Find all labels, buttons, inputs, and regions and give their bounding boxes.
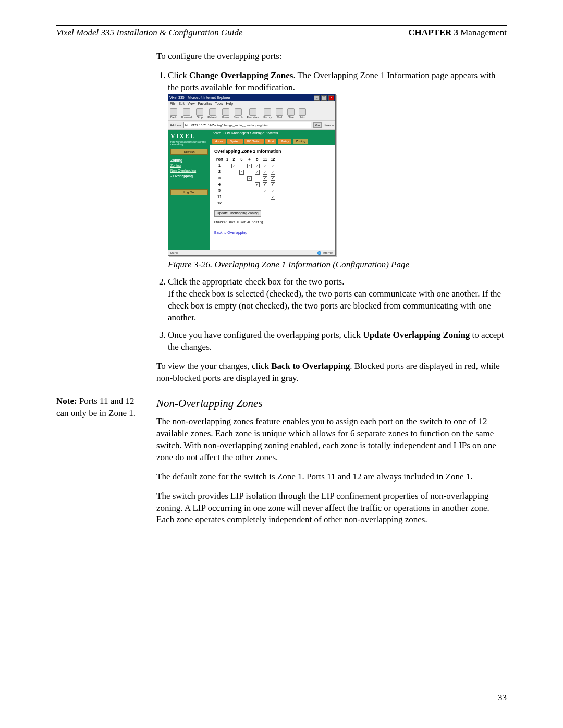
view-changes-paragraph: To view the your changes, click Back to … xyxy=(156,361,507,385)
sidebar-item-zoning[interactable]: Zoning xyxy=(170,164,208,168)
chapter-label: CHAPTER 3 Management xyxy=(408,28,507,38)
history-button[interactable]: History xyxy=(263,108,272,119)
refresh-button[interactable]: Refresh xyxy=(207,108,217,119)
address-input[interactable] xyxy=(183,122,311,128)
tab-home[interactable]: Home xyxy=(212,139,226,144)
window-controls: _ □ × xyxy=(313,95,334,101)
port-checkbox[interactable]: ✓ xyxy=(231,164,236,168)
menu-edit[interactable]: Edit xyxy=(178,102,184,106)
port-cell xyxy=(238,175,246,181)
port-cell xyxy=(261,200,269,206)
port-checkbox[interactable]: ✓ xyxy=(255,182,260,187)
row-label: 4 xyxy=(214,181,225,188)
sidebar-item-overlapping[interactable]: Overlapping xyxy=(170,174,208,179)
menu-favorites[interactable]: Favorites xyxy=(198,102,212,106)
port-checkbox[interactable]: ✓ xyxy=(263,170,267,175)
stop-button[interactable]: Stop xyxy=(196,108,203,119)
menu-help[interactable]: Help xyxy=(226,102,233,106)
refresh-icon xyxy=(209,108,216,116)
table-row: 2✓✓✓✓ xyxy=(214,169,277,175)
port-cell xyxy=(225,194,230,200)
nonoverlap-paragraph-3: The switch provides LIP isolation throug… xyxy=(156,490,507,526)
port-cell xyxy=(225,188,230,194)
col-header-2: 2 xyxy=(230,156,238,162)
window-titlebar: Vixel 335 - Microsoft Internet Explorer … xyxy=(168,94,335,101)
port-checkbox[interactable]: ✓ xyxy=(271,170,275,175)
port-checkbox[interactable]: ✓ xyxy=(239,170,244,175)
logout-button[interactable]: Log Out xyxy=(170,189,208,195)
menu-view[interactable]: View xyxy=(188,102,195,106)
row-label: 2 xyxy=(214,169,225,175)
step-1: Click Change Overlapping Zones. The Over… xyxy=(168,70,507,271)
port-cell: ✓ xyxy=(269,163,277,169)
port-checkbox[interactable]: ✓ xyxy=(247,164,252,168)
port-cell: ✓ xyxy=(246,175,253,181)
port-checkbox[interactable]: ✓ xyxy=(263,182,267,187)
minimize-icon[interactable]: _ xyxy=(314,95,320,101)
col-header-12: 12 xyxy=(269,156,277,162)
port-cell: ✓ xyxy=(230,163,238,169)
browser-menubar: File Edit View Favorites Tools Help xyxy=(168,101,335,107)
port-cell xyxy=(253,194,261,200)
tab-fc-switch[interactable]: FC Switch xyxy=(244,139,264,144)
port-cell: ✓ xyxy=(253,181,261,188)
back-to-overlapping-link[interactable]: Back to Overlapping xyxy=(214,230,247,235)
sidebar-group-zoning: Zoning xyxy=(170,158,208,163)
tab-system[interactable]: System xyxy=(227,139,243,144)
port-checkbox[interactable]: ✓ xyxy=(263,189,267,193)
port-checkbox[interactable]: ✓ xyxy=(271,195,275,200)
go-button[interactable]: Go xyxy=(313,122,322,128)
port-checkbox[interactable]: ✓ xyxy=(263,176,267,181)
maximize-icon[interactable]: □ xyxy=(321,95,327,101)
browser-toolbar: Back Forward Stop Refresh Home Search Fa… xyxy=(168,107,335,121)
col-header-port: Port xyxy=(214,156,225,162)
row-label: 5 xyxy=(214,188,225,194)
search-button[interactable]: Search xyxy=(234,108,242,119)
menu-file[interactable]: File xyxy=(170,102,175,106)
port-cell: ✓ xyxy=(261,181,269,188)
tab-port[interactable]: Port xyxy=(265,139,276,144)
port-checkbox[interactable]: ✓ xyxy=(271,164,275,168)
port-cell xyxy=(230,200,238,206)
port-checkbox[interactable]: ✓ xyxy=(263,164,267,168)
port-checkbox[interactable]: ✓ xyxy=(271,176,275,181)
home-icon xyxy=(222,108,229,116)
port-cell xyxy=(230,181,238,188)
step-2: Click the appropriate check box for the … xyxy=(168,276,507,324)
window-title: Vixel 335 - Microsoft Internet Explorer xyxy=(169,95,230,100)
close-icon[interactable]: × xyxy=(328,95,334,101)
row-label: 12 xyxy=(214,200,225,206)
table-row: 3✓✓✓ xyxy=(214,175,277,181)
print-icon xyxy=(299,108,306,116)
mail-button[interactable]: Mail xyxy=(276,108,283,119)
port-cell xyxy=(225,200,230,206)
back-button[interactable]: Back xyxy=(170,108,177,119)
menu-tools[interactable]: Tools xyxy=(215,102,223,106)
port-cell xyxy=(225,169,230,175)
port-cell xyxy=(253,200,261,206)
tab-policy[interactable]: Policy xyxy=(278,139,291,144)
port-checkbox[interactable]: ✓ xyxy=(271,182,275,187)
mail-icon xyxy=(276,108,283,116)
links-label[interactable]: Links » xyxy=(324,123,334,127)
refresh-sidebar-button[interactable]: Refresh xyxy=(170,149,208,155)
size-button[interactable]: Size xyxy=(287,108,295,119)
port-cell xyxy=(246,181,253,188)
port-cell: ✓ xyxy=(261,163,269,169)
update-overlapping-zoning-button[interactable]: Update Overlapping Zoning xyxy=(214,210,261,217)
page-heading: Overlapping Zone 1 Information xyxy=(214,149,331,154)
port-cell xyxy=(238,163,246,169)
stop-icon xyxy=(196,108,203,116)
tab-zoning[interactable]: Zoning xyxy=(293,139,308,144)
port-checkbox[interactable]: ✓ xyxy=(271,189,275,193)
step-3: Once you have configured the overlapping… xyxy=(168,329,507,353)
forward-button[interactable]: Forward xyxy=(181,108,192,119)
port-checkbox[interactable]: ✓ xyxy=(255,164,260,168)
port-checkbox[interactable]: ✓ xyxy=(255,170,260,175)
sidebar-item-non-overlapping[interactable]: Non-Overlapping xyxy=(170,169,208,174)
print-button[interactable]: Print xyxy=(299,108,306,119)
home-button[interactable]: Home xyxy=(222,108,229,119)
row-label: 3 xyxy=(214,175,225,181)
port-checkbox[interactable]: ✓ xyxy=(247,176,252,181)
favorites-button[interactable]: Favorites xyxy=(247,108,259,119)
